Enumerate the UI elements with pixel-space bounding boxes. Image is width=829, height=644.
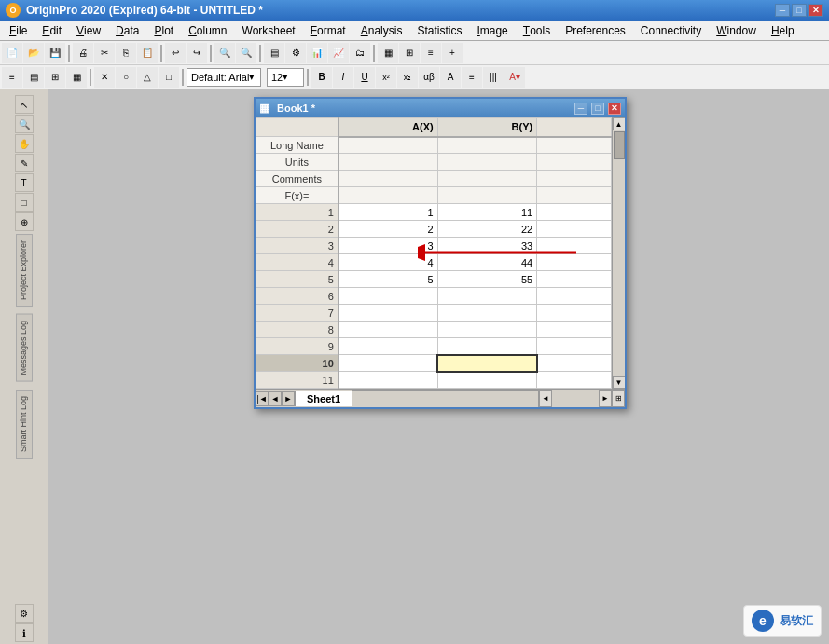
tab-nav-prev[interactable]: ◄: [269, 391, 282, 406]
underline-button[interactable]: U: [354, 67, 375, 88]
longname-a[interactable]: [339, 137, 437, 154]
scroll-down-button[interactable]: ▼: [613, 376, 626, 389]
arrow-tool[interactable]: ↖: [15, 95, 34, 114]
menu-connectivity[interactable]: Connectivity: [633, 21, 709, 40]
superscript-button[interactable]: x²: [376, 67, 396, 88]
cell-10a[interactable]: [339, 355, 437, 372]
subscript-button[interactable]: x₂: [397, 67, 418, 88]
cell-3b[interactable]: 33: [437, 238, 536, 254]
undo-button[interactable]: ↩: [165, 43, 186, 63]
draw-tool[interactable]: ✎: [15, 154, 34, 172]
ws-minimize-button[interactable]: ─: [574, 103, 587, 115]
menu-analysis[interactable]: Analysis: [353, 21, 410, 40]
comments-a[interactable]: [339, 171, 437, 187]
ws-scrollbar-vertical[interactable]: ▲ ▼: [612, 117, 625, 389]
ws-resize-corner[interactable]: ⊞: [612, 390, 625, 407]
col-header-a[interactable]: A(X): [339, 118, 437, 137]
italic-button[interactable]: I: [333, 67, 353, 88]
cell-8b[interactable]: [437, 322, 536, 338]
units-a[interactable]: [339, 154, 437, 171]
cell-9b[interactable]: [437, 338, 536, 355]
menu-help[interactable]: Help: [764, 21, 802, 40]
text-tool[interactable]: T: [15, 173, 34, 192]
scroll-thumb[interactable]: [614, 131, 625, 159]
cell-10b[interactable]: [437, 355, 536, 372]
cell-7b[interactable]: [437, 305, 536, 322]
bold-button[interactable]: B: [311, 67, 332, 88]
redo-button[interactable]: ↪: [187, 43, 207, 63]
cell-2a[interactable]: 2: [339, 221, 437, 238]
cell-1a[interactable]: 1: [339, 204, 437, 221]
zoom-in-button[interactable]: 🔍: [214, 43, 235, 63]
open-button[interactable]: 📂: [23, 43, 44, 63]
menu-preferences[interactable]: Preferences: [558, 21, 633, 40]
cell-5a[interactable]: 5: [339, 271, 437, 288]
shape-tool[interactable]: □: [15, 193, 34, 212]
info-tool[interactable]: ℹ: [15, 623, 34, 642]
cut-button[interactable]: ✂: [94, 43, 115, 63]
maximize-button[interactable]: □: [792, 4, 807, 17]
menu-plot[interactable]: Plot: [146, 21, 181, 40]
cell-9a[interactable]: [339, 338, 437, 355]
menu-edit[interactable]: Edit: [35, 21, 69, 40]
longname-b[interactable]: [437, 137, 536, 154]
cell-3a[interactable]: 3: [339, 238, 437, 254]
copy-button[interactable]: ⎘: [116, 43, 136, 63]
paste-button[interactable]: 📋: [137, 43, 158, 63]
menu-file[interactable]: File: [2, 21, 35, 40]
tb-extra-2[interactable]: ⚙: [285, 43, 306, 63]
cell-4b[interactable]: 44: [437, 254, 536, 271]
tb-extra-3[interactable]: 📊: [307, 43, 327, 63]
fmt-btn-6[interactable]: ○: [116, 67, 136, 88]
close-button[interactable]: ✕: [808, 4, 823, 17]
cell-5b[interactable]: 55: [437, 271, 536, 288]
cell-6b[interactable]: [437, 288, 536, 305]
font-color-button[interactable]: A: [440, 67, 461, 88]
cell-1b[interactable]: 11: [437, 204, 536, 221]
font-name-dropdown[interactable]: Default: Arial ▾: [187, 68, 261, 87]
tb-extra-8[interactable]: ≡: [421, 43, 441, 63]
comments-b[interactable]: [437, 171, 536, 187]
tb-extra-4[interactable]: 📈: [328, 43, 349, 63]
tab-nav-first[interactable]: |◄: [256, 391, 269, 406]
menu-tools[interactable]: Tools: [516, 21, 558, 40]
sheet-tab-1[interactable]: Sheet1: [295, 391, 352, 406]
save-button[interactable]: 💾: [45, 43, 65, 63]
fmt-btn-4[interactable]: ▦: [66, 67, 87, 88]
fx-b[interactable]: [437, 187, 536, 204]
line-btn[interactable]: |||: [483, 67, 504, 88]
col-header-b[interactable]: B(Y): [437, 118, 536, 137]
print-button[interactable]: 🖨: [73, 43, 93, 63]
minimize-button[interactable]: ─: [775, 4, 790, 17]
tab-nav-next[interactable]: ►: [282, 391, 295, 406]
zoom-tool[interactable]: 🔍: [15, 115, 34, 133]
cell-2b[interactable]: 22: [437, 221, 536, 238]
fx-a[interactable]: [339, 187, 437, 204]
align-btn[interactable]: ≡: [462, 67, 482, 88]
ws-maximize-button[interactable]: □: [591, 103, 604, 115]
cell-4a[interactable]: 4: [339, 254, 437, 271]
h-scroll-left[interactable]: ◄: [539, 390, 552, 407]
menu-image[interactable]: Image: [469, 21, 515, 40]
ws-close-button[interactable]: ✕: [608, 103, 621, 115]
tb-extra-9[interactable]: +: [442, 43, 463, 63]
menu-column[interactable]: Column: [181, 21, 234, 40]
h-scroll-right[interactable]: ►: [599, 390, 612, 407]
fmt-btn-8[interactable]: □: [159, 67, 179, 88]
fmt-btn-2[interactable]: ▤: [23, 67, 44, 88]
cell-6a[interactable]: [339, 288, 437, 305]
fmt-btn-1[interactable]: ≡: [2, 67, 22, 88]
tb-extra-1[interactable]: ▤: [264, 43, 284, 63]
sidebar-smart-hint-log[interactable]: Smart Hint Log: [16, 390, 33, 459]
tb-extra-5[interactable]: 🗂: [350, 43, 370, 63]
fmt-btn-5[interactable]: ✕: [94, 67, 115, 88]
sidebar-project-explorer[interactable]: Project Explorer: [16, 234, 33, 307]
fmt-btn-7[interactable]: △: [137, 67, 158, 88]
settings-tool[interactable]: ⚙: [15, 604, 34, 623]
menu-window[interactable]: Window: [709, 21, 764, 40]
cell-8a[interactable]: [339, 322, 437, 338]
font-size-dropdown[interactable]: 12 ▾: [267, 68, 304, 87]
new-button[interactable]: 📄: [2, 43, 22, 63]
scroll-up-button[interactable]: ▲: [613, 117, 626, 130]
fill-btn[interactable]: A▾: [504, 67, 525, 88]
